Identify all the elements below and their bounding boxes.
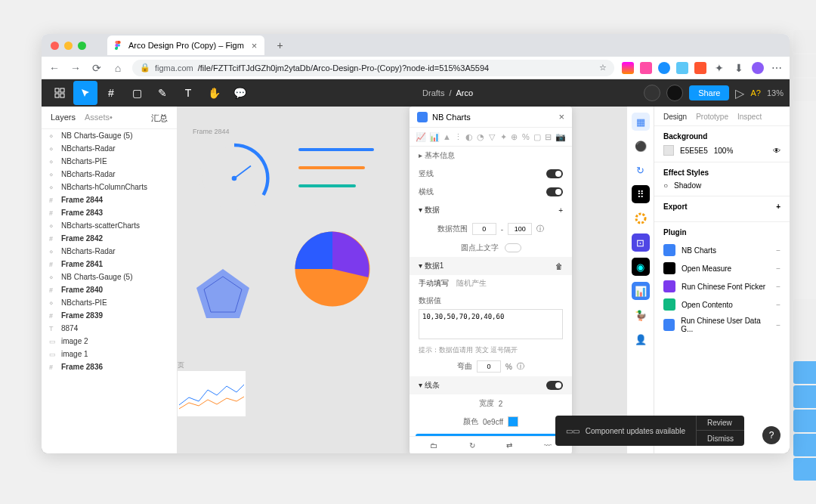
layers-tab[interactable]: Layers (51, 113, 76, 124)
plugin-item[interactable]: Run Chinese Font Picker− (663, 277, 780, 295)
crop-icon[interactable]: ▢ (533, 131, 541, 143)
menu-icon[interactable]: ⋯ (770, 62, 784, 74)
layer-item[interactable]: #Frame 2841 (42, 258, 177, 271)
breadcrumb-file[interactable]: Arco (456, 88, 473, 97)
add-icon[interactable]: + (558, 206, 563, 215)
main-menu-icon[interactable] (48, 81, 72, 105)
a-label[interactable]: A? (750, 88, 760, 97)
layer-item[interactable]: ⋄NBcharts-scatterCharts (42, 219, 177, 232)
area-chart-icon[interactable]: ▲ (443, 131, 451, 143)
gauge-icon[interactable]: ◔ (477, 131, 485, 143)
plugin-item[interactable]: Run Chinese User Data G...− (663, 314, 780, 336)
help-icon[interactable]: ⓘ (517, 361, 524, 372)
toggle[interactable] (546, 187, 563, 196)
ext-icon[interactable] (622, 62, 634, 74)
ext-icon[interactable] (676, 62, 688, 74)
new-tab-button[interactable]: + (277, 39, 283, 51)
layer-item[interactable]: T8874 (42, 322, 177, 335)
breadcrumb-drafts[interactable]: Drafts (422, 88, 444, 97)
plugin-item[interactable]: Open Measure− (663, 259, 780, 277)
inspect-tab[interactable]: Inspect (737, 113, 762, 121)
reload-icon[interactable]: ⟳ (90, 62, 104, 74)
bg-hex[interactable]: E5E5E5 (680, 147, 708, 155)
radar-icon[interactable]: ✦ (499, 131, 508, 143)
profile-avatar[interactable] (752, 62, 764, 74)
home-icon[interactable]: ⌂ (111, 62, 125, 74)
bend-input[interactable] (477, 360, 501, 373)
tab-close-icon[interactable]: × (252, 40, 258, 51)
forward-icon[interactable]: → (69, 62, 82, 74)
bg-swatch[interactable] (663, 145, 674, 156)
rail-icon[interactable]: 👤 (632, 330, 650, 348)
layer-item[interactable]: #Frame 2840 (42, 283, 177, 296)
toggle[interactable] (505, 243, 521, 252)
bg-opacity[interactable]: 100% (714, 147, 734, 155)
rail-icon[interactable]: ⊡ (632, 233, 650, 252)
pen-tool[interactable]: ✎ (150, 81, 175, 105)
layer-item[interactable]: #Frame 2844 (42, 193, 177, 206)
layer-item[interactable]: ⋄NB Charts-Gauge (5) (42, 129, 177, 142)
summary-tab[interactable]: 汇总 (151, 113, 168, 124)
camera-icon[interactable]: 📷 (555, 131, 566, 143)
pulse-icon[interactable]: 〰 (544, 441, 552, 450)
comment-tool[interactable]: 💬 (227, 81, 252, 105)
shadow-label[interactable]: Shadow (674, 181, 701, 190)
help-icon[interactable]: ⓘ (536, 224, 544, 234)
browser-tab[interactable]: Arco Design Pro (Copy) – Figm × (107, 36, 264, 55)
rail-icon[interactable]: ↻ (632, 161, 650, 179)
rail-icon[interactable]: ⚫ (632, 137, 650, 155)
review-button[interactable]: Review (697, 416, 744, 431)
extensions-icon[interactable]: ✦ (712, 62, 726, 74)
pie-icon[interactable]: ◐ (465, 131, 474, 143)
line-chart-icon[interactable]: 📈 (416, 131, 426, 143)
rail-icon[interactable]: ⠿ (632, 185, 650, 203)
share-button[interactable]: Share (689, 85, 729, 100)
plugin-item[interactable]: NB Charts− (663, 241, 780, 259)
toggle[interactable] (546, 169, 563, 178)
window-minimize-icon[interactable] (64, 42, 73, 50)
window-close-icon[interactable] (51, 42, 59, 50)
layer-item[interactable]: ⋄NB Charts-Gauge (5) (42, 271, 177, 283)
layer-item[interactable]: ⋄NBcharts-Radar (42, 245, 177, 258)
window-maximize-icon[interactable] (78, 42, 86, 50)
download-icon[interactable]: ⬇ (732, 62, 746, 74)
plugin-item[interactable]: Open Contento− (663, 295, 780, 314)
rail-icon[interactable]: 🦆 (632, 306, 650, 324)
address-bar[interactable]: 🔒 figma.com /file/FZTTcifTJdGZh0jm2ytaDb… (132, 60, 614, 76)
layer-item[interactable]: ⋄NBcharts-PIE (42, 296, 177, 309)
rail-icon[interactable]: 📊 (632, 282, 650, 300)
layer-item[interactable]: #Frame 2843 (42, 206, 177, 219)
text-tool[interactable]: T (176, 81, 200, 105)
delete-icon[interactable]: 🗑 (555, 262, 563, 271)
refresh-icon[interactable]: ↻ (469, 441, 475, 450)
save-icon[interactable]: 🗀 (430, 441, 437, 450)
candle-icon[interactable]: ⊟ (544, 131, 552, 143)
back-icon[interactable]: ← (48, 62, 61, 74)
prototype-tab[interactable]: Prototype (696, 113, 728, 121)
percent-icon[interactable]: % (521, 131, 530, 143)
zoom-level[interactable]: 13% (767, 88, 784, 97)
layer-item[interactable]: ▭image 2 (42, 335, 177, 348)
close-icon[interactable]: × (558, 111, 564, 122)
user-avatar[interactable] (666, 85, 683, 101)
rail-icon[interactable]: ◉ (632, 258, 650, 276)
rectangle-tool[interactable]: ▢ (125, 81, 149, 105)
layer-item[interactable]: ⋄NBcharts-Radar (42, 142, 177, 155)
layer-item[interactable]: ⋄NBcharts-Radar (42, 168, 177, 181)
color-swatch[interactable] (508, 416, 518, 427)
ext-icon[interactable] (694, 62, 706, 74)
eye-icon[interactable]: 👁 (773, 147, 780, 155)
shuffle-icon[interactable]: ⇄ (506, 441, 512, 450)
user-avatar[interactable] (644, 85, 660, 101)
frame-tool[interactable]: # (99, 81, 123, 105)
bar-chart-icon[interactable]: 📊 (429, 131, 440, 143)
bookmark-star-icon[interactable]: ☆ (599, 63, 607, 73)
globe-icon[interactable]: ⊕ (510, 131, 518, 143)
random-tab[interactable]: 随机产生 (456, 278, 487, 289)
add-icon[interactable]: + (776, 203, 780, 211)
design-tab[interactable]: Design (663, 113, 687, 121)
ext-icon[interactable] (658, 62, 670, 74)
assets-tab[interactable]: Assets• (85, 113, 113, 124)
range-min-input[interactable] (472, 223, 496, 235)
layer-item[interactable]: ▭image 1 (42, 348, 177, 360)
